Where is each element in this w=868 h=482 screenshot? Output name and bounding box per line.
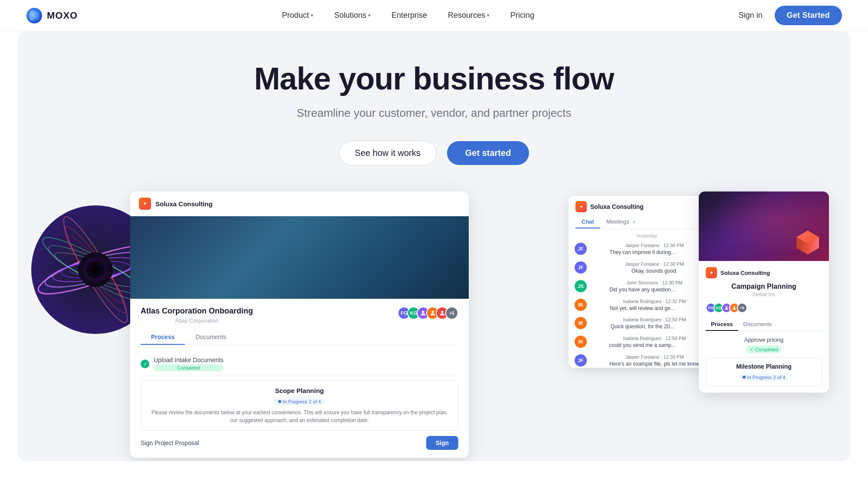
nav-enterprise[interactable]: Enterprise (391, 11, 427, 20)
brand-name: MOXO (47, 10, 78, 21)
step-intake-status: Completed (154, 364, 224, 371)
campaign-title: Campaign Planning (706, 283, 822, 291)
scope-badge-text: In Progress (283, 399, 307, 404)
logo[interactable]: MOXO (26, 7, 78, 24)
campaign-company-name: Soluxa Consulting (720, 270, 770, 276)
svg-point-20 (422, 311, 424, 313)
project-title: Atlas Corporation Onboarding (141, 307, 253, 316)
hero-cta-group: See how it works Get started (43, 141, 825, 165)
sign-proposal-button[interactable]: Sign (426, 436, 458, 450)
scope-description: Please review the documents below at you… (148, 409, 451, 424)
avatar-isabela-1: IR (575, 299, 587, 311)
nav-product[interactable]: Product ▾ (282, 11, 313, 20)
card-tabs: Process Documents (141, 330, 458, 345)
svg-point-1 (29, 10, 35, 21)
card-header: ✦ Soluxa Consulting (130, 191, 469, 216)
chat-message-1: JF Jasper Fontaine · 12:30 PM They can i… (575, 243, 719, 256)
solutions-chevron-icon: ▾ (368, 13, 371, 18)
chat-message-5: IR Isabela Rodrigues · 12:50 PM Quick qu… (575, 317, 719, 330)
card-banner (130, 216, 469, 299)
chat-text-6: could you send me a samp... (590, 342, 694, 349)
svg-point-27 (733, 306, 735, 308)
avatar-jasper-2: JF (575, 261, 587, 274)
campaign-card: ✦ Soluxa Consulting Campaign Planning St… (699, 191, 829, 393)
step-intake-docs: ✓ Upload Intake Documents Completed (141, 352, 458, 376)
sign-proposal-label: Sign Project Proposal (141, 439, 199, 446)
nav-solutions[interactable]: Solutions ▾ (334, 11, 371, 20)
svg-point-2 (34, 12, 39, 20)
campaign-company-icon: ✦ (706, 267, 717, 278)
tab-close-icon: ✕ (632, 220, 636, 224)
hero-visual: ✦ Soluxa Consulting Atlas Corporation On… (43, 191, 825, 461)
campaign-subtitle: Stellar Inc (706, 291, 822, 297)
scope-planning-card: Scope Planning In Progress 2 of 4 Please… (141, 380, 458, 431)
campaign-step-approve: Approve pricing ✓ Completed (706, 337, 822, 353)
tab-documents[interactable]: Documents (185, 330, 237, 345)
svg-point-19 (91, 265, 100, 274)
chat-message-2: JF Jasper Fontaine · 12:30 PM Okay, soun… (575, 261, 719, 275)
milestone-card: Milestone Planning In Progress 2 of 4 (706, 357, 822, 386)
hero-title: Make your business flow (43, 62, 825, 96)
campaign-approve-label: Approve pricing (706, 337, 822, 343)
chat-message-7: JF Jasper Fontaine · 12:30 PM Here's an … (575, 354, 719, 368)
hero-subtitle: Streamline your customer, vendor, and pa… (43, 106, 825, 120)
chat-message-4: IR Isabela Rodrigues · 12:32 PM Not yet,… (575, 299, 719, 312)
avatar-jasper-3: JF (575, 354, 587, 366)
milestone-title: Milestone Planning (712, 363, 815, 370)
tab-process[interactable]: Process (141, 330, 185, 345)
check-icon: ✓ (750, 347, 753, 352)
milestone-badge-progress: 2 of 4 (773, 375, 786, 380)
chat-text-1: They can improve it during... (590, 249, 694, 256)
chat-tabs: Chat Meetings ✕ (575, 216, 718, 228)
nav-pricing[interactable]: Pricing (510, 11, 534, 20)
campaign-tab-documents[interactable]: Documents (738, 318, 777, 331)
avatar-count: +5 (445, 307, 458, 320)
scope-badge: In Progress 2 of 4 (274, 398, 326, 405)
svg-point-26 (726, 306, 727, 308)
main-project-card: ✦ Soluxa Consulting Atlas Corporation On… (130, 191, 469, 458)
campaign-approve-status: ✓ Completed (746, 346, 782, 353)
step-intake-label: Upload Intake Documents (154, 357, 224, 363)
product-chevron-icon: ▾ (311, 13, 313, 18)
scope-badge-progress: 2 of 4 (309, 399, 321, 404)
avatar-isabela-2: IR (575, 317, 587, 329)
campaign-avatar-count: +5 (737, 303, 747, 313)
chat-message-6: IR Isabela Rodrigues · 12:50 PM could yo… (575, 336, 719, 349)
chat-tab-chat[interactable]: Chat (575, 216, 600, 228)
chat-text-3: Did you have any question... (590, 286, 694, 294)
svg-point-22 (441, 311, 443, 313)
nav-actions: Sign in Get Started (739, 6, 842, 25)
see-how-it-works-button[interactable]: See how it works (339, 141, 437, 165)
milestone-badge-dot (743, 376, 746, 379)
chat-tab-meetings[interactable]: Meetings ✕ (600, 216, 642, 228)
project-avatars: FG KG +5 (398, 307, 458, 320)
resources-chevron-icon: ▾ (487, 13, 490, 18)
chat-date: Yesterday (575, 233, 719, 238)
chat-text-4: Not yet, will review and ge... (590, 305, 694, 312)
campaign-avatars: FG KG +5 (706, 303, 822, 313)
scope-title: Scope Planning (148, 387, 451, 394)
campaign-tab-process[interactable]: Process (706, 318, 738, 331)
chat-header-row: ✦ Soluxa Consulting (575, 201, 718, 212)
company-icon: ✦ (139, 198, 151, 210)
get-started-hero-button[interactable]: Get started (447, 141, 529, 165)
sign-in-link[interactable]: Sign in (739, 11, 763, 20)
chat-text-5: Quick question, for the 20... (590, 323, 694, 330)
project-subtitle: Atlas Corporation (141, 317, 253, 324)
chat-message-3: JS John Simmons · 12:30 PM Did you have … (575, 280, 719, 294)
campaign-header-row: ✦ Soluxa Consulting (706, 267, 822, 278)
milestone-badge: In Progress 2 of 4 (739, 374, 789, 381)
svg-point-21 (431, 311, 434, 313)
chat-company-name: Soluxa Consulting (590, 203, 644, 210)
scope-badge-dot (278, 400, 281, 403)
chat-company-icon: ✦ (575, 201, 587, 212)
nav-resources[interactable]: Resources ▾ (448, 11, 490, 20)
campaign-banner (699, 191, 829, 261)
main-nav: Product ▾ Solutions ▾ Enterprise Resourc… (282, 11, 534, 20)
navbar: MOXO Product ▾ Solutions ▾ Enterprise Re… (0, 0, 868, 31)
step-check-icon: ✓ (141, 360, 149, 368)
milestone-badge-text: In Progress (747, 375, 772, 380)
avatar-isabela-3: IR (575, 336, 587, 348)
avatar-john: JS (575, 280, 587, 292)
get-started-nav-button[interactable]: Get Started (775, 6, 842, 25)
